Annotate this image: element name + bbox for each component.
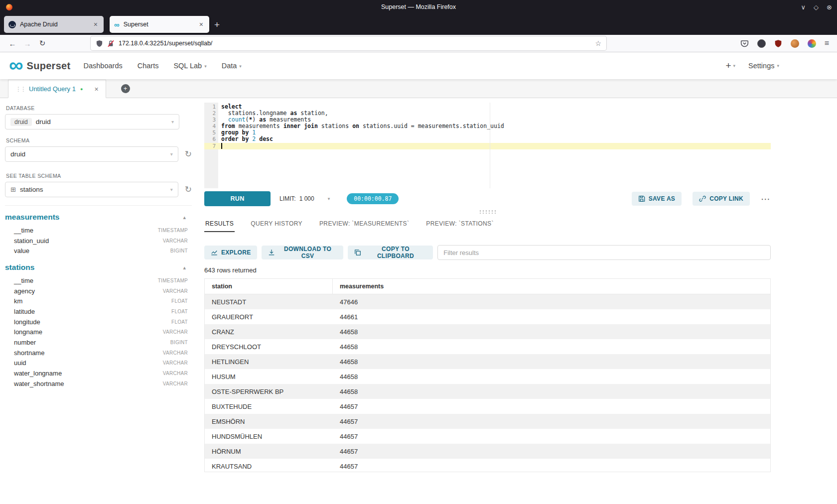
limit-label: LIMIT: <box>279 195 296 202</box>
url-bar[interactable]: 172.18.0.4:32251/superset/sqllab/ ☆ <box>91 36 606 50</box>
download-csv-button[interactable]: DOWNLOAD TO CSV <box>262 246 343 259</box>
window-restore-icon[interactable]: ◇ <box>814 3 819 11</box>
more-options-icon[interactable]: ⋯ <box>761 193 771 205</box>
account-extension-icon[interactable] <box>757 39 766 48</box>
window-close-icon[interactable]: ⊗ <box>827 3 832 11</box>
settings-menu[interactable]: Settings ▾ <box>748 62 779 70</box>
measurements-cell: 44658 <box>333 373 770 380</box>
nav-item-data[interactable]: Data▾ <box>222 62 242 70</box>
table-row[interactable]: HUNDSMÜHLEN44657 <box>205 429 770 444</box>
table-row[interactable]: OSTE-SPERRWERK BP44658 <box>205 384 770 399</box>
column-row: latitudeFLOAT <box>5 306 192 317</box>
tab-close-icon[interactable]: × <box>92 20 99 28</box>
superset-logo[interactable]: ∞ Superset <box>9 60 71 72</box>
bookmark-star-icon[interactable]: ☆ <box>595 39 601 47</box>
results-tab-results[interactable]: RESULTS <box>204 217 235 232</box>
column-name: __time <box>14 227 33 234</box>
table-row[interactable]: DREYSCHLOOT44658 <box>205 339 770 354</box>
nav-item-dashboards[interactable]: Dashboards <box>84 62 123 70</box>
run-button[interactable]: RUN <box>204 191 271 206</box>
pane-resize-handle[interactable] <box>204 206 771 217</box>
station-cell: NEUSTADT <box>205 298 333 306</box>
column-header-station[interactable]: station <box>205 279 333 294</box>
insecure-lock-icon[interactable] <box>107 40 115 47</box>
table-name: stations <box>5 263 34 272</box>
database-select[interactable]: druid druid ▾ <box>5 114 179 129</box>
limit-dropdown[interactable]: LIMIT: 1 000 ▾ <box>279 195 330 202</box>
reload-icon[interactable]: ↻ <box>35 39 50 48</box>
collapse-icon[interactable]: ▴ <box>183 264 186 271</box>
column-name: __time <box>14 277 33 284</box>
table-row[interactable]: EMSHÖRN44657 <box>205 414 770 429</box>
refresh-table-button[interactable]: ↻ <box>185 185 192 194</box>
new-tab-button[interactable]: + <box>214 19 220 30</box>
line-number: 6 <box>204 136 218 142</box>
superset-header: ∞ Superset DashboardsChartsSQL Lab▾Data▾… <box>0 52 837 79</box>
extension-pinwheel-icon[interactable] <box>808 39 816 48</box>
menu-icon[interactable]: ≡ <box>825 39 829 48</box>
table-row[interactable]: HÖRNUM44657 <box>205 444 770 459</box>
database-badge: druid <box>10 118 32 126</box>
table-row[interactable]: KRAUTSAND44657 <box>205 459 770 472</box>
table-grid-icon: ⊞ <box>10 186 16 193</box>
chart-icon <box>211 249 218 256</box>
explore-button[interactable]: EXPLORE <box>204 246 257 259</box>
column-row: water_shortnameVARCHAR <box>5 378 192 389</box>
explore-label: EXPLORE <box>221 249 251 256</box>
pocket-icon[interactable] <box>740 39 749 48</box>
table-row[interactable]: HUSUM44658 <box>205 369 770 384</box>
save-icon <box>638 195 645 202</box>
results-tab-preview-measurements[interactable]: PREVIEW: `MEASUREMENTS` <box>318 217 410 232</box>
add-query-tab-button[interactable]: + <box>121 84 130 93</box>
column-row: station_uuidVARCHAR <box>5 236 192 246</box>
results-table-head: stationmeasurements <box>205 279 770 294</box>
save-as-button[interactable]: SAVE AS <box>632 192 682 206</box>
tampermonkey-icon[interactable] <box>791 39 799 48</box>
station-cell: HUNDSMÜHLEN <box>205 433 333 440</box>
table-section-header[interactable]: measurements▴ <box>5 213 192 222</box>
tab-label: Apache Druid <box>20 21 88 28</box>
column-name: longitude <box>14 318 40 326</box>
new-item-button[interactable]: + ▾ <box>725 60 735 71</box>
tab-close-icon[interactable]: × <box>198 20 205 28</box>
sql-editor[interactable]: 1234567 select stations.longname as stat… <box>204 103 771 188</box>
shield-icon[interactable] <box>96 40 103 47</box>
table-select[interactable]: ⊞ stations ▾ <box>5 182 178 197</box>
url-text[interactable]: 172.18.0.4:32251/superset/sqllab/ <box>119 40 591 47</box>
drag-handle-icon[interactable]: ⋮⋮ <box>15 86 25 93</box>
schema-select[interactable]: druid ▾ <box>5 146 178 162</box>
query-tab-active[interactable]: ⋮⋮ Untitled Query 1 ● × <box>8 80 106 98</box>
results-tab-query-history[interactable]: QUERY HISTORY <box>250 217 303 232</box>
line-number: 3 <box>204 117 218 123</box>
column-header-measurements[interactable]: measurements <box>333 279 770 294</box>
database-value: druid <box>36 118 51 126</box>
copy-clipboard-button[interactable]: COPY TO CLIPBOARD <box>348 246 433 259</box>
caret-down-icon: ▾ <box>733 63 736 68</box>
download-icon <box>268 249 275 256</box>
window-minimize-icon[interactable]: ∨ <box>801 3 806 11</box>
column-row: agencyVARCHAR <box>5 286 192 296</box>
table-row[interactable]: HETLINGEN44658 <box>205 354 770 369</box>
table-row[interactable]: NEUSTADT47646 <box>205 294 770 309</box>
copy-link-button[interactable]: COPY LINK <box>693 192 750 206</box>
filter-results-input[interactable] <box>437 245 771 260</box>
nav-item-charts[interactable]: Charts <box>138 62 159 70</box>
brand-text: Superset <box>27 60 71 72</box>
query-tab-strip: ⋮⋮ Untitled Query 1 ● × + <box>0 79 837 98</box>
measurements-cell: 44657 <box>333 463 770 470</box>
browser-tab-superset[interactable]: ∞ Superset × <box>110 16 209 33</box>
browser-tab-druid[interactable]: Apache Druid × <box>4 16 104 33</box>
table-row[interactable]: GRAUERORT44661 <box>205 309 770 324</box>
collapse-icon[interactable]: ▴ <box>183 214 186 221</box>
drag-dots-icon <box>479 210 497 214</box>
ublock-icon[interactable] <box>774 39 782 48</box>
nav-item-sql-lab[interactable]: SQL Lab▾ <box>173 62 206 70</box>
results-tab-preview-stations[interactable]: PREVIEW: `STATIONS` <box>425 217 495 232</box>
refresh-schema-button[interactable]: ↻ <box>185 150 192 158</box>
text-cursor <box>221 143 222 149</box>
table-row[interactable]: BUXTEHUDE44657 <box>205 399 770 414</box>
table-section-header[interactable]: stations▴ <box>5 263 192 272</box>
table-row[interactable]: CRANZ44658 <box>205 324 770 339</box>
back-icon[interactable]: ← <box>5 39 20 48</box>
query-tab-close-icon[interactable]: × <box>94 85 98 93</box>
